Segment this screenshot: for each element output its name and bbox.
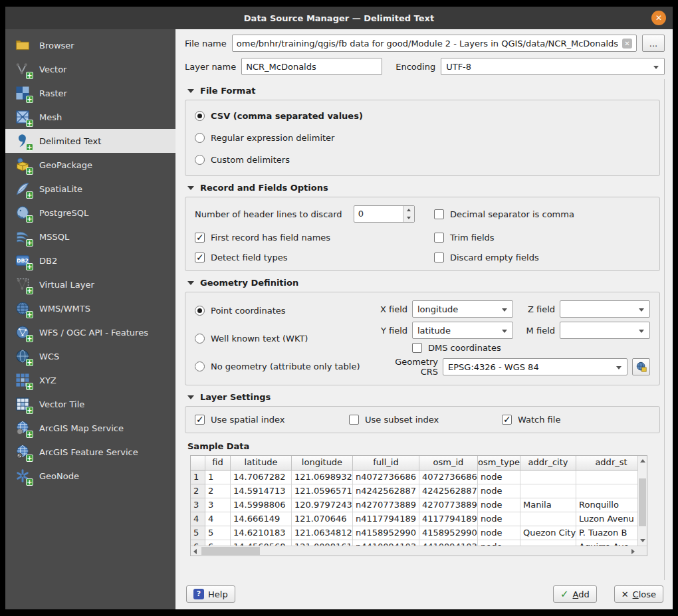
checkbox[interactable] [434,233,444,243]
sidebar-item-geopackage[interactable]: + GeoPackage [5,153,175,177]
vertical-scrollbar[interactable] [637,456,647,546]
sidebar-item-geonode[interactable]: + GeoNode [5,464,175,488]
radio-button[interactable] [195,361,205,371]
sidebar-item-arcgis-feature-service[interactable]: + ArcGIS Feature Service [5,440,175,464]
select-crs-button[interactable] [632,358,650,375]
first-record-option[interactable]: First record has field names [195,233,434,243]
use-subset-index-option[interactable]: Use subset index [349,415,502,425]
sidebar-item-vector[interactable]: + Vector [5,57,175,81]
use-spatial-index-option[interactable]: Use spatial index [195,415,349,425]
close-button[interactable]: ✕ Close [614,585,663,603]
dms-coordinates-option[interactable]: DMS coordinates [412,343,501,353]
add-badge: + [26,383,33,390]
checkbox[interactable] [434,209,444,219]
point-coordinates-option[interactable]: Point coordinates [195,306,376,316]
layer-settings-group: Use spatial index Use subset index Watch… [185,406,660,433]
sidebar-item-spatialite[interactable]: + SpatiaLite [5,177,175,201]
close-window-icon[interactable]: ✕ [651,11,666,25]
decimal-separator-option[interactable]: Decimal separator is comma [434,209,650,219]
checkbox[interactable] [502,415,512,425]
sidebar-item-wfs-ogc-api[interactable]: + WFS / OGC API - Features [5,320,175,344]
sidebar-item-label: Virtual Layer [39,280,94,290]
add-badge: + [26,191,33,199]
radio-button[interactable] [195,111,205,121]
sidebar-item-wms-wmts[interactable]: + WMS/WMTS [5,296,175,320]
browse-file-button[interactable]: ... [642,35,665,52]
sidebar-item-browser[interactable]: Browser [5,33,175,57]
scrollbar-thumb[interactable] [201,547,260,555]
m-field-select[interactable] [560,322,650,339]
add-badge: + [26,455,33,462]
wms-globe-icon: + [14,300,31,317]
sidebar-item-label: SpatiaLite [39,184,82,194]
radio-button[interactable] [195,334,205,344]
x-field-select[interactable]: longitude [412,300,513,318]
sidebar-item-mesh[interactable]: + Mesh [5,105,175,129]
scrollbar-thumb[interactable] [639,478,646,526]
sidebar-item-vector-tile[interactable]: + Vector Tile [5,392,175,416]
spin-up-icon[interactable] [403,206,414,214]
radio-button[interactable] [195,306,205,316]
scroll-down-icon[interactable] [640,539,645,542]
discard-empty-fields-option[interactable]: Discard empty fields [434,253,650,262]
checkbox[interactable] [195,415,205,425]
layer-settings-section-header[interactable]: Layer Settings [187,392,660,402]
encoding-select[interactable]: UTF-8 [441,58,665,75]
z-field-select[interactable] [560,300,650,318]
custom-delimiters-radio-option[interactable]: Custom delimiters [195,155,650,165]
scroll-up-icon[interactable] [640,459,645,462]
sidebar-item-arcgis-map-service[interactable]: + ArcGIS Map Service [5,416,175,440]
sidebar-item-xyz[interactable]: + XYZ [5,368,175,392]
checkbox[interactable] [195,233,205,243]
scroll-left-icon[interactable] [193,549,197,554]
layer-name-label: Layer name [185,62,236,72]
sidebar-item-delimited-text[interactable]: + Delimited Text [5,129,175,153]
clear-text-icon[interactable]: ✕ [622,39,632,49]
window-title: Data Source Manager — Delimited Text [244,13,434,23]
db2-icon: DB2 + [14,252,31,269]
help-button[interactable]: ? Help [186,585,235,603]
checkbox[interactable] [195,253,205,262]
y-field-select[interactable]: latitude [412,322,513,339]
layer-name-input[interactable]: NCR_McDonalds [241,58,382,75]
checkbox[interactable] [349,415,359,425]
add-badge: + [26,215,33,223]
radio-button[interactable] [195,155,205,165]
titlebar[interactable]: Data Source Manager — Delimited Text ✕ [5,7,673,29]
sidebar-item-db2[interactable]: DB2 + DB2 [5,249,175,272]
spin-down-icon[interactable] [403,214,414,222]
collapse-triangle-icon [187,89,194,93]
geometry-crs-select[interactable]: EPSG:4326 - WGS 84 [443,358,627,375]
add-button[interactable]: ✓ Add [553,585,597,603]
file-name-label: File name [185,39,227,49]
add-badge: + [26,478,33,486]
sidebar-item-raster[interactable]: + Raster [5,81,175,105]
radio-button[interactable] [195,133,205,143]
checkbox[interactable] [434,253,444,262]
geonode-icon: + [14,467,31,484]
sidebar-item-virtual-layer[interactable]: + Virtual Layer [5,272,175,296]
detect-field-types-option[interactable]: Detect field types [195,253,434,262]
wkt-option[interactable]: Well known text (WKT) [195,334,376,344]
header-lines-spinner[interactable]: 0 [354,205,415,223]
file-name-input[interactable]: ome/bnhr/training/qgis/fb data for good/… [232,35,637,52]
geopackage-icon: + [14,156,31,173]
add-badge: + [26,311,33,318]
watch-file-option[interactable]: Watch file [502,415,650,425]
scroll-right-icon[interactable] [631,549,635,554]
dialog-button-box: ? Help ✓ Add ✕ Close [185,580,665,604]
sample-data-title: Sample Data [187,441,660,451]
regexp-delimiter-radio-option[interactable]: Regular expression delimiter [195,133,650,143]
checkbox[interactable] [412,343,422,353]
no-geometry-option[interactable]: No geometry (attribute only table) [195,361,376,371]
sidebar-item-postgresql[interactable]: + PostgreSQL [5,201,175,225]
x-icon: ✕ [622,589,629,599]
record-fields-section-header[interactable]: Record and Fields Options [187,183,660,193]
sidebar-item-wcs[interactable]: + WCS [5,344,175,368]
horizontal-scrollbar[interactable] [191,546,647,556]
trim-fields-option[interactable]: Trim fields [434,233,650,243]
csv-radio-option[interactable]: CSV (comma separated values) [195,111,650,121]
sidebar-item-mssql[interactable]: + MSSQL [5,225,175,249]
file-format-section-header[interactable]: File Format [187,86,660,96]
geometry-section-header[interactable]: Geometry Definition [187,278,660,288]
